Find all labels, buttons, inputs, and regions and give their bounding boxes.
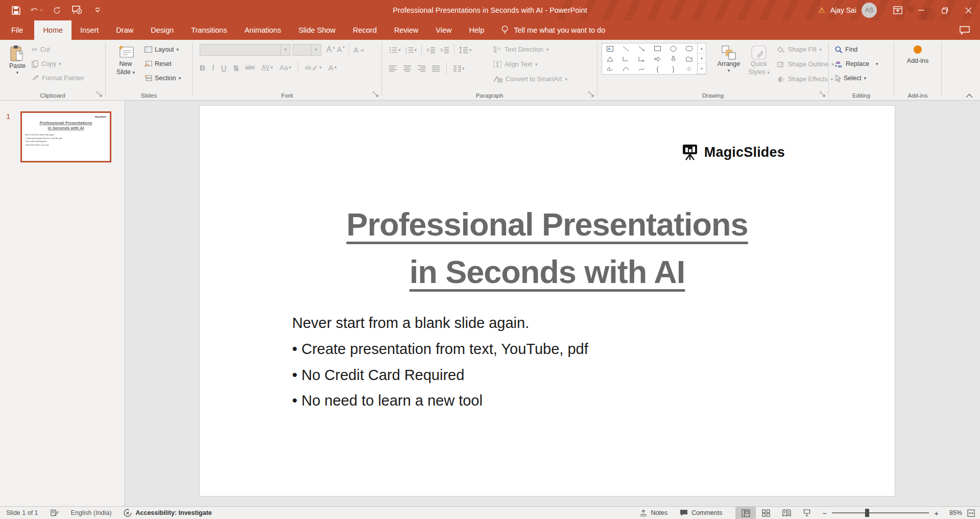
- slide-counter[interactable]: Slide 1 of 1: [0, 507, 44, 519]
- accessibility-checker[interactable]: Accessibility: Investigate: [117, 507, 218, 519]
- font-color-button[interactable]: A▾: [328, 63, 337, 72]
- notes-button[interactable]: Notes: [634, 507, 674, 519]
- reading-view-button[interactable]: [776, 507, 797, 519]
- slide-canvas[interactable]: MagicSlides Professional Presentations i…: [200, 106, 895, 496]
- shape-outline-button[interactable]: Shape Outline▾: [777, 58, 834, 71]
- shape-rectangle-icon[interactable]: [650, 43, 665, 54]
- decrease-font-size-button[interactable]: A▾: [337, 45, 345, 54]
- shape-arrow-icon[interactable]: [634, 43, 650, 54]
- shape-star-icon[interactable]: ☆: [681, 64, 697, 74]
- convert-to-smartart-button[interactable]: Convert to SmartArt▾: [493, 73, 567, 86]
- close-button[interactable]: [957, 0, 980, 20]
- slide-title[interactable]: Professional Presentations in Seconds wi…: [200, 201, 895, 295]
- shape-fill-button[interactable]: Shape Fill▾: [777, 43, 834, 56]
- copy-button[interactable]: Copy ▾: [32, 57, 61, 70]
- zoom-slider-handle[interactable]: [865, 509, 869, 517]
- shape-textbox-icon[interactable]: A: [602, 43, 618, 54]
- find-button[interactable]: Find: [835, 43, 857, 56]
- character-spacing-button[interactable]: A̲V̲ ▾: [261, 64, 273, 71]
- quick-styles-button[interactable]: Quick Styles ▾: [745, 41, 773, 88]
- strikethrough-button[interactable]: abc: [245, 64, 255, 71]
- save-icon[interactable]: [7, 3, 25, 18]
- collapse-ribbon-icon[interactable]: [966, 93, 973, 98]
- tab-transitions[interactable]: Transitions: [182, 20, 235, 40]
- clipboard-dialog-launcher-icon[interactable]: [97, 91, 103, 98]
- tell-me-box[interactable]: Tell me what you want to do: [493, 20, 613, 40]
- decrease-indent-button[interactable]: [426, 46, 436, 54]
- shape-oval-icon[interactable]: [665, 43, 681, 54]
- comments-button[interactable]: Comments: [674, 507, 728, 519]
- shape-arc-icon[interactable]: [618, 64, 634, 74]
- shape-gallery-scrollbar[interactable]: ▲ ▼ ⏷: [697, 43, 706, 74]
- shape-gallery[interactable]: A { } ☆ ▲ ▼: [602, 43, 706, 75]
- restore-button[interactable]: [933, 0, 957, 20]
- shape-elbow-arrow-icon[interactable]: [634, 54, 650, 64]
- align-text-button[interactable]: Align Text▾: [493, 58, 567, 71]
- shape-line-icon[interactable]: [618, 43, 634, 54]
- shape-triangle-icon[interactable]: [602, 54, 618, 64]
- gallery-more-icon[interactable]: ⏷: [698, 64, 706, 74]
- shape-elbow-connector-icon[interactable]: [618, 54, 634, 64]
- zoom-percentage[interactable]: 85%: [944, 509, 962, 516]
- zoom-in-button[interactable]: +: [934, 509, 939, 517]
- minimize-button[interactable]: [910, 0, 933, 20]
- tab-help[interactable]: Help: [460, 20, 493, 40]
- undo-icon[interactable]: ▾: [28, 3, 45, 18]
- gallery-scroll-down-icon[interactable]: ▼: [698, 54, 706, 64]
- replace-button[interactable]: abac Replace ▾: [835, 57, 878, 70]
- new-slide-button[interactable]: New Slide ▾: [110, 41, 141, 88]
- customize-qat-icon[interactable]: [89, 3, 106, 18]
- slide-thumbnail[interactable]: MagicSlides Professional Presentationsin…: [20, 111, 111, 162]
- align-left-button[interactable]: [389, 65, 397, 72]
- arrange-button[interactable]: Arrange ▾: [714, 41, 744, 88]
- format-painter-button[interactable]: Format Painter: [32, 72, 84, 85]
- columns-button[interactable]: ▾: [453, 65, 465, 72]
- line-spacing-button[interactable]: ▾: [459, 46, 472, 54]
- user-name[interactable]: Ajay Sai: [830, 6, 856, 14]
- warning-icon[interactable]: ⚠: [818, 6, 825, 15]
- normal-view-button[interactable]: [735, 507, 756, 519]
- numbering-button[interactable]: 123 ▾: [405, 46, 417, 54]
- tab-file[interactable]: File: [0, 20, 34, 40]
- tab-record[interactable]: Record: [344, 20, 386, 40]
- tab-view[interactable]: View: [427, 20, 460, 40]
- slide-show-button[interactable]: [797, 507, 817, 519]
- shape-down-arrow-icon[interactable]: [665, 54, 681, 64]
- tab-slide-show[interactable]: Slide Show: [290, 20, 344, 40]
- shape-right-arrow-icon[interactable]: [650, 54, 665, 64]
- gallery-scroll-up-icon[interactable]: ▲: [698, 43, 706, 54]
- tab-animations[interactable]: Animations: [236, 20, 290, 40]
- font-name-combobox[interactable]: ▾: [200, 44, 291, 56]
- justify-button[interactable]: [432, 65, 440, 72]
- layout-button[interactable]: Layout ▾: [145, 43, 179, 56]
- underline-button[interactable]: U: [221, 63, 227, 72]
- fit-slide-to-window-button[interactable]: [967, 509, 975, 517]
- change-case-button[interactable]: Aa ▾: [280, 64, 291, 72]
- bold-button[interactable]: B: [200, 63, 205, 72]
- shape-freeform-icon[interactable]: [681, 54, 697, 64]
- shape-curve-icon[interactable]: [634, 64, 650, 74]
- paragraph-dialog-launcher-icon[interactable]: [588, 91, 595, 98]
- shape-scribble-icon[interactable]: [602, 64, 618, 74]
- shape-right-brace-icon[interactable]: }: [665, 64, 681, 74]
- align-center-button[interactable]: [403, 65, 411, 72]
- italic-button[interactable]: I: [212, 63, 214, 72]
- shape-left-brace-icon[interactable]: {: [650, 64, 665, 74]
- shape-rounded-rectangle-icon[interactable]: [681, 43, 697, 54]
- tab-home[interactable]: Home: [34, 20, 71, 40]
- clear-formatting-button[interactable]: A: [353, 45, 366, 54]
- start-from-beginning-icon[interactable]: [68, 3, 86, 18]
- tab-insert[interactable]: Insert: [71, 20, 107, 40]
- tab-draw[interactable]: Draw: [107, 20, 142, 40]
- highlight-color-button[interactable]: ab▾: [305, 64, 322, 70]
- tab-design[interactable]: Design: [142, 20, 182, 40]
- shape-effects-button[interactable]: Shape Effects▾: [777, 73, 834, 86]
- zoom-slider[interactable]: [832, 512, 929, 513]
- paste-button[interactable]: Paste ▾: [5, 41, 30, 88]
- redo-icon[interactable]: [48, 3, 65, 18]
- tab-review[interactable]: Review: [386, 20, 427, 40]
- reset-button[interactable]: Reset: [145, 57, 172, 70]
- select-button[interactable]: Select ▾: [835, 72, 866, 85]
- bullets-button[interactable]: ▾: [389, 46, 401, 54]
- section-button[interactable]: Section ▾: [145, 72, 181, 85]
